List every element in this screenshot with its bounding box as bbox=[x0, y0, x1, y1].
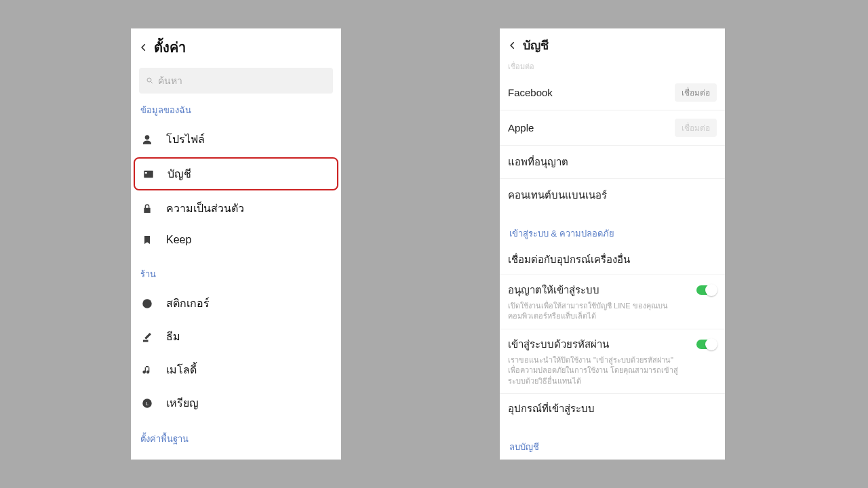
svg-line-1 bbox=[151, 82, 153, 84]
section-myinfo: ข้อมูลของฉัน bbox=[131, 103, 341, 123]
menu-melody[interactable]: เมโลดี้ bbox=[131, 353, 341, 386]
menu-privacy[interactable]: ความเป็นส่วนตัว bbox=[131, 192, 341, 225]
search-icon bbox=[146, 77, 154, 85]
link-button-facebook[interactable]: เชื่อมต่อ bbox=[675, 83, 717, 102]
row-banner-content-label: คอนเทนต์บนแบนเนอร์ bbox=[508, 187, 607, 203]
account-title: บัญชี bbox=[523, 35, 549, 55]
menu-profile[interactable]: โปรไฟล์ bbox=[131, 123, 341, 156]
pwd-login-toggle[interactable] bbox=[696, 340, 717, 349]
settings-screen: ตั้งค่า ค้นหา ข้อมูลของฉัน โปรไฟล์ บัญชี… bbox=[131, 28, 341, 460]
section-shop: ร้าน bbox=[131, 267, 341, 287]
row-allow-login: อนุญาตให้เข้าสู่ระบบ เปิดใช้งานเพื่อให้ส… bbox=[500, 275, 725, 329]
svg-point-0 bbox=[147, 78, 151, 82]
row-facebook[interactable]: Facebook เชื่อมต่อ bbox=[500, 75, 725, 110]
devices-label: อุปกรณ์ที่เข้าสู่ระบบ bbox=[508, 401, 595, 417]
svg-point-4 bbox=[142, 299, 152, 308]
menu-account-label: บัญชี bbox=[167, 165, 191, 182]
bookmark-icon bbox=[140, 233, 154, 247]
faded-prev-row: เชื่อมต่อ bbox=[500, 59, 725, 75]
link-button-apple: เชื่อมต่อ bbox=[675, 119, 717, 137]
section-login-security: เข้าสู่ระบบ & ความปลอดภัย bbox=[500, 211, 725, 245]
row-connect-other[interactable]: เชื่อมต่อกับอุปกรณ์เครื่องอื่น bbox=[500, 245, 725, 275]
account-header: บัญชี bbox=[500, 28, 725, 59]
menu-sticker[interactable]: สติกเกอร์ bbox=[131, 287, 341, 320]
menu-coin[interactable]: L เหรียญ bbox=[131, 386, 341, 420]
coin-icon: L bbox=[140, 396, 154, 410]
settings-title: ตั้งค่า bbox=[154, 37, 186, 58]
smile-icon bbox=[140, 297, 154, 310]
settings-header: ตั้งค่า bbox=[131, 28, 341, 64]
row-banner-content[interactable]: คอนเทนต์บนแบนเนอร์ bbox=[500, 179, 725, 211]
menu-melody-label: เมโลดี้ bbox=[166, 361, 197, 378]
allow-login-title: อนุญาตให้เข้าสู่ระบบ bbox=[508, 282, 599, 298]
pwd-login-title: เข้าสู่ระบบด้วยรหัสผ่าน bbox=[508, 336, 609, 352]
search-input[interactable]: ค้นหา bbox=[139, 68, 333, 94]
svg-text:L: L bbox=[146, 401, 149, 407]
row-facebook-label: Facebook bbox=[508, 87, 553, 98]
back-icon[interactable] bbox=[139, 43, 149, 52]
connect-other-label: เชื่อมต่อกับอุปกรณ์เครื่องอื่น bbox=[508, 251, 630, 268]
id-card-icon bbox=[142, 167, 155, 181]
menu-coin-label: เหรียญ bbox=[166, 394, 199, 411]
pwd-login-desc: เราขอแนะนำให้ปิดใช้งาน "เข้าสู่ระบบด้วยร… bbox=[508, 355, 684, 386]
person-icon bbox=[140, 133, 154, 146]
menu-theme-label: ธีม bbox=[166, 328, 180, 345]
back-icon[interactable] bbox=[508, 41, 517, 50]
row-devices[interactable]: อุปกรณ์ที่เข้าสู่ระบบ bbox=[500, 394, 725, 424]
section-delete: ลบบัญชี bbox=[500, 424, 725, 458]
row-allowed-apps[interactable]: แอพที่อนุญาต bbox=[500, 146, 725, 179]
svg-rect-3 bbox=[145, 172, 147, 174]
menu-theme[interactable]: ธีม bbox=[131, 320, 341, 353]
music-icon bbox=[140, 363, 154, 377]
svg-rect-2 bbox=[144, 170, 153, 178]
row-allowed-apps-label: แอพที่อนุญาต bbox=[508, 154, 568, 170]
menu-privacy-label: ความเป็นส่วนตัว bbox=[166, 200, 244, 217]
row-apple-label: Apple bbox=[508, 122, 534, 134]
row-pwd-login: เข้าสู่ระบบด้วยรหัสผ่าน เราขอแนะนำให้ปิด… bbox=[500, 329, 725, 394]
menu-keep-label: Keep bbox=[166, 234, 191, 246]
menu-account[interactable]: บัญชี bbox=[134, 157, 338, 190]
account-screen: บัญชี เชื่อมต่อ Facebook เชื่อมต่อ Apple… bbox=[500, 28, 725, 460]
allow-login-toggle[interactable] bbox=[696, 285, 717, 295]
lock-icon bbox=[140, 202, 154, 216]
allow-login-desc: เปิดใช้งานเพื่อให้สามารถใช้บัญชี LINE ขอ… bbox=[508, 301, 684, 322]
brush-icon bbox=[140, 330, 154, 344]
search-placeholder: ค้นหา bbox=[158, 73, 182, 88]
menu-sticker-label: สติกเกอร์ bbox=[166, 295, 210, 312]
menu-profile-label: โปรไฟล์ bbox=[166, 131, 205, 148]
section-basic: ตั้งค่าพื้นฐาน bbox=[131, 432, 341, 451]
menu-keep[interactable]: Keep bbox=[131, 225, 341, 255]
row-apple[interactable]: Apple เชื่อมต่อ bbox=[500, 110, 725, 146]
